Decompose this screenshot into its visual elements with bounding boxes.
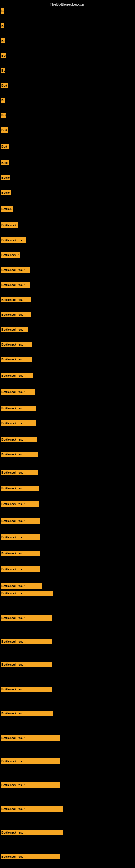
bar-label: Bott xyxy=(1,127,8,133)
bar-label: Bottleneck result xyxy=(1,566,41,572)
bar-label: Bottl xyxy=(1,160,9,165)
bar-label: Bottleneck result xyxy=(1,830,63,835)
bar-item: Bottleneck result xyxy=(1,373,34,378)
bar-label: Bott xyxy=(1,144,9,149)
bar-label: Bottleneck result xyxy=(1,551,41,556)
bar-item: Bottle xyxy=(1,190,11,195)
bar-item: Bott xyxy=(1,83,8,88)
bar-item: Bottleneck result xyxy=(1,551,41,556)
bar-label: Bottleneck result xyxy=(1,486,39,491)
bar-label: Bottleneck result xyxy=(1,782,60,788)
bar-label: Bottleneck result xyxy=(1,282,30,287)
bar-item: Bottleneck result xyxy=(1,590,53,596)
bar-label: Bot xyxy=(1,53,6,58)
bar-item: Bott xyxy=(1,127,8,133)
bar-item: Bottleneck result xyxy=(1,312,31,317)
bar-label: Bo xyxy=(1,68,5,73)
bar-item: Bottl xyxy=(1,160,9,165)
bar-label: Bottleneck result xyxy=(1,686,52,692)
bar-label: Bottleneck resu xyxy=(1,237,27,243)
bar-item: Bottleneck result xyxy=(1,501,39,507)
bar-label: Bott xyxy=(1,83,8,88)
bar-item: Bo xyxy=(1,68,5,73)
bar-label: Bottleneck result xyxy=(1,806,63,812)
bar-item: Bottleneck result xyxy=(1,452,38,457)
bar-label: Bottleneck result xyxy=(1,615,52,621)
bar-item: Bottleneck result xyxy=(1,830,63,835)
bar-label: Bottleneck result xyxy=(1,518,41,524)
bar-item: Bottleneck result xyxy=(1,583,42,589)
bar-item: Bottleneck result xyxy=(1,421,36,426)
bar-label: Bottle xyxy=(1,175,10,180)
bar-item: Bottleneck result xyxy=(1,486,39,491)
bar-label: Bottleneck r xyxy=(1,252,20,258)
bar-item: Bot xyxy=(1,113,6,118)
bar-label: Bottleneck result xyxy=(1,373,34,378)
bar-label: Bottleneck result xyxy=(1,711,53,716)
bar-item: Bottleneck result xyxy=(1,615,52,621)
bar-item: Bottleneck result xyxy=(1,639,52,644)
bar-item: Bo xyxy=(1,38,5,43)
bar-label: Bottleneck result xyxy=(1,297,31,303)
bar-item: Bo xyxy=(1,98,5,103)
bar-item: Bottleneck result xyxy=(1,357,32,362)
bar-item: Bottleneck result xyxy=(1,405,36,411)
bar-item: B xyxy=(1,8,4,13)
bar-label: Bottleneck resu xyxy=(1,327,28,332)
bar-item: Bottleneck result xyxy=(1,342,32,347)
site-title: TheBottlenecker.com xyxy=(0,0,135,8)
bar-item: Bott xyxy=(1,144,9,149)
bar-item: Bot xyxy=(1,53,6,58)
bar-label: Bottleneck result xyxy=(1,662,52,667)
bar-label: Bottleneck result xyxy=(1,342,32,347)
bar-item: Bottleneck result xyxy=(1,711,53,716)
bar-item: Bottleneck r xyxy=(1,252,20,258)
bar-label: Bottle xyxy=(1,190,11,195)
bar-label: Bo xyxy=(1,38,5,43)
bar-label: Bottleneck result xyxy=(1,437,37,442)
bar-item: Bottleneck result xyxy=(1,566,41,572)
bar-item: Bottleneck result xyxy=(1,267,30,273)
bar-label: Bottleneck result xyxy=(1,452,38,457)
bar-label: Bot xyxy=(1,113,6,118)
bar-item: Bottleneck result xyxy=(1,735,60,741)
bar-item: Bottleneck result xyxy=(1,758,60,764)
bar-label: Bottleneck result xyxy=(1,758,60,764)
bar-label: Bottleneck result xyxy=(1,735,60,741)
bar-label: Bottleneck xyxy=(1,222,18,228)
bar-label: Bottleneck result xyxy=(1,405,36,411)
bar-item: Bottleneck result xyxy=(1,782,60,788)
bar-label: Bottleneck result xyxy=(1,534,41,540)
bar-label: Bottleneck result xyxy=(1,854,60,859)
bar-item: Bottleneck result xyxy=(1,389,35,395)
bar-label: Bottleneck result xyxy=(1,389,35,395)
bar-item: Bottleneck result xyxy=(1,297,31,303)
bar-item: B xyxy=(1,23,4,29)
bar-label: Bottleneck result xyxy=(1,501,39,507)
bar-label: Bottleneck result xyxy=(1,639,52,644)
bar-item: Bottleneck result xyxy=(1,662,52,667)
bar-item: Bottleneck resu xyxy=(1,327,28,332)
bar-label: B xyxy=(1,23,4,29)
bar-label: Bottleneck result xyxy=(1,421,36,426)
bar-item: Bottleneck result xyxy=(1,806,63,812)
bar-label: Bottleneck result xyxy=(1,312,31,317)
bar-label: Bo xyxy=(1,98,5,103)
bar-item: Bottleneck result xyxy=(1,437,37,442)
bar-label: Bottleneck result xyxy=(1,590,53,596)
bar-item: Bottleneck result xyxy=(1,534,41,540)
bar-item: Bottleneck result xyxy=(1,282,30,287)
bar-label: Bottlen xyxy=(1,206,13,212)
bar-label: B xyxy=(1,8,4,13)
bar-item: Bottleneck result xyxy=(1,854,60,859)
bar-label: Bottleneck result xyxy=(1,357,32,362)
bar-label: Bottleneck result xyxy=(1,470,38,475)
bar-item: Bottleneck result xyxy=(1,470,38,475)
bar-label: Bottleneck result xyxy=(1,267,30,273)
bar-item: Bottlen xyxy=(1,206,13,212)
bar-item: Bottle xyxy=(1,175,10,180)
bar-item: Bottleneck resu xyxy=(1,237,27,243)
bar-item: Bottleneck result xyxy=(1,518,41,524)
bar-item: Bottleneck xyxy=(1,222,18,228)
bar-label: Bottleneck result xyxy=(1,583,42,589)
